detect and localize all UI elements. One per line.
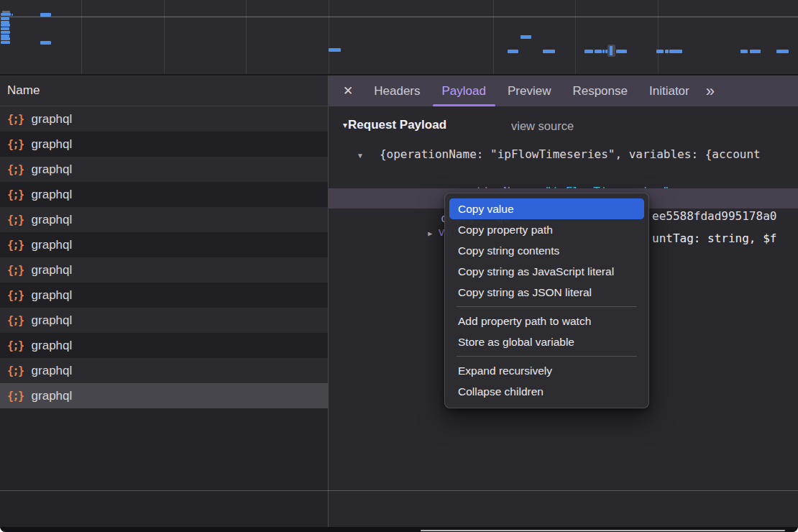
request-row[interactable]: {;}graphql [0, 333, 328, 358]
waterfall-bar [543, 50, 555, 53]
request-row[interactable]: {;}graphql [0, 383, 328, 408]
view-source-link[interactable]: view source [511, 119, 574, 133]
panel-bottom-divider [0, 490, 798, 491]
waterfall-bar [665, 50, 669, 53]
json-request-icon: {;} [7, 364, 24, 377]
menu-divider [457, 356, 637, 357]
waterfall-bar [1, 31, 10, 34]
request-name-label: graphql [32, 238, 73, 252]
marker-core [610, 46, 613, 55]
tab-headers[interactable]: Headers [363, 75, 431, 106]
menu-item-copy-value[interactable]: Copy value [449, 198, 644, 219]
waterfall-bar [584, 50, 593, 53]
selected-request-marker [607, 45, 615, 57]
waterfall-bar [1, 41, 10, 44]
request-name-label: graphql [32, 389, 73, 403]
close-icon[interactable]: ✕ [343, 83, 353, 98]
more-tabs-icon[interactable]: » [706, 75, 715, 106]
collapsed-triangle-icon[interactable]: ▶ [428, 229, 432, 237]
menu-item-expand-recursively[interactable]: Expand recursively [449, 360, 644, 381]
network-main-split: Name {;}graphql{;}graphql{;}graphql{;}gr… [0, 75, 798, 527]
request-row[interactable]: {;}graphql [0, 106, 328, 132]
waterfall-bar [669, 50, 682, 53]
context-menu: Copy valueCopy property pathCopy string … [444, 193, 649, 408]
name-column-label: Name [7, 83, 40, 97]
waterfall-bar [520, 35, 531, 39]
section-expand-triangle-icon[interactable]: ▾ [343, 120, 347, 130]
request-row[interactable]: {;}graphql [0, 308, 328, 333]
waterfall-bar [329, 48, 341, 52]
json-request-icon: {;} [7, 314, 24, 327]
waterfall-bar [40, 13, 51, 17]
menu-item-copy-string-contents[interactable]: Copy string contents [449, 240, 644, 261]
menu-item-copy-string-as-json-literal[interactable]: Copy string as JSON literal [449, 282, 644, 303]
waterfall-bar [12, 14, 13, 16]
waterfall-bar [1, 13, 11, 16]
details-tab-bar: ✕ HeadersPayloadPreviewResponseInitiator… [329, 75, 798, 106]
json-request-icon: {;} [7, 264, 24, 277]
waterfall-bar [776, 50, 789, 53]
requests-list: {;}graphql{;}graphql{;}graphql{;}graphql… [0, 106, 328, 408]
request-name-label: graphql [32, 313, 73, 328]
waterfall-bar [616, 50, 627, 53]
json-request-icon: {;} [7, 188, 24, 201]
menu-item-copy-property-path[interactable]: Copy property path [449, 219, 644, 240]
name-column-header[interactable]: Name [0, 75, 328, 106]
request-name-label: graphql [32, 364, 73, 378]
request-name-label: graphql [32, 339, 73, 353]
json-request-icon: {;} [7, 163, 24, 176]
overview-gridline [0, 17, 798, 17]
waterfall-bar [1, 27, 9, 30]
menu-divider [457, 306, 637, 307]
menu-item-add-property-path-to-watch[interactable]: Add property path to watch [449, 311, 644, 331]
tab-payload[interactable]: Payload [431, 75, 497, 106]
menu-item-copy-string-as-javascript-literal[interactable]: Copy string as JavaScript literal [449, 261, 644, 282]
waterfall-bar [1, 24, 10, 27]
request-row[interactable]: {;}graphql [0, 157, 328, 182]
tab-preview[interactable]: Preview [497, 75, 561, 106]
json-request-icon: {;} [7, 113, 24, 126]
json-request-icon: {;} [7, 239, 24, 252]
request-row[interactable]: {;}graphql [0, 207, 328, 232]
operation-name-row[interactable]: operationName: "ipFlowTimeseries" [372, 168, 669, 184]
payload-root-row[interactable]: ▼{operationName: "ipFlowTimeseries", var… [357, 147, 761, 162]
waterfall-bar [595, 50, 602, 53]
request-payload-section-title: Request Payload [348, 118, 446, 132]
waterfall-bar [656, 50, 664, 53]
request-row[interactable]: {;}graphql [0, 182, 328, 207]
request-name-label: graphql [32, 112, 73, 127]
window-bottom-edge [421, 530, 785, 531]
request-name-label: graphql [32, 288, 73, 303]
network-overview-strip[interactable] [0, 0, 798, 75]
tab-response[interactable]: Response [561, 75, 638, 106]
waterfall-bar [750, 50, 761, 53]
json-request-icon: {;} [7, 390, 24, 403]
request-row[interactable]: {;}graphql [0, 358, 328, 383]
request-row[interactable]: {;}graphql [0, 283, 328, 308]
waterfall-bar [1, 17, 9, 20]
waterfall-bar [602, 50, 605, 53]
json-request-icon: {;} [7, 339, 24, 352]
json-request-icon: {;} [7, 289, 24, 302]
tab-initiator[interactable]: Initiator [638, 75, 700, 106]
request-name-label: graphql [32, 263, 73, 278]
menu-item-collapse-children[interactable]: Collapse children [449, 381, 644, 402]
json-request-icon: {;} [7, 138, 24, 151]
waterfall-bar [40, 41, 51, 45]
request-row[interactable]: {;}graphql [0, 232, 328, 257]
devtools-network-panel: Name {;}graphql{;}graphql{;}graphql{;}gr… [0, 0, 798, 532]
request-name-label: graphql [32, 162, 73, 177]
details-tabs: HeadersPayloadPreviewResponseInitiator [363, 75, 700, 106]
waterfall-bar [508, 50, 518, 53]
request-name-label: graphql [32, 188, 73, 202]
waterfall-bar [1, 37, 10, 40]
requests-panel: Name {;}graphql{;}graphql{;}graphql{;}gr… [0, 75, 328, 527]
request-row[interactable]: {;}graphql [0, 132, 328, 157]
request-name-label: graphql [32, 137, 73, 152]
waterfall-bar [740, 50, 748, 53]
json-request-icon: {;} [7, 214, 24, 226]
request-row[interactable]: {;}graphql [0, 257, 328, 283]
expand-triangle-icon[interactable]: ▼ [357, 152, 364, 160]
request-name-label: graphql [32, 213, 73, 227]
menu-item-store-as-global-variable[interactable]: Store as global variable [449, 331, 644, 352]
